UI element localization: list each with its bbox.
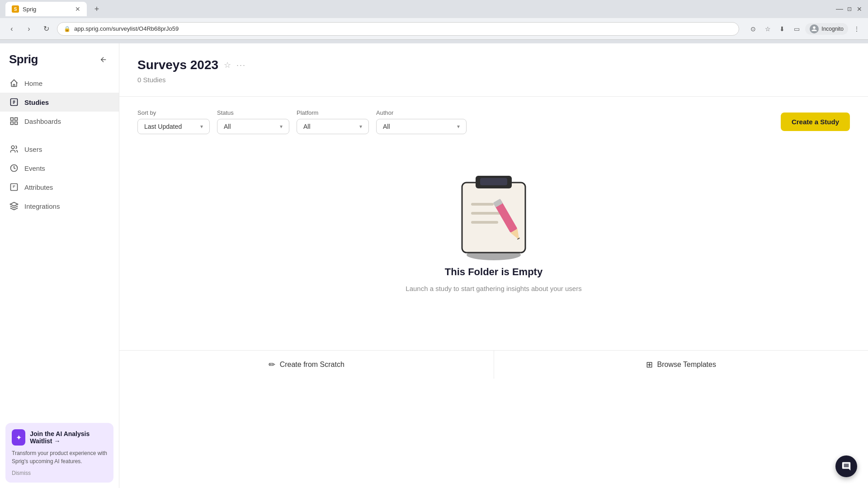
- minimize-button[interactable]: —: [836, 6, 843, 12]
- platform-select[interactable]: All ▾: [297, 119, 369, 134]
- author-label: Author: [376, 109, 467, 116]
- status-value: All: [224, 123, 231, 130]
- platform-filter: Platform All ▾: [297, 109, 369, 134]
- lock-icon: 🔒: [64, 26, 71, 32]
- forward-button[interactable]: ›: [23, 23, 35, 35]
- sidebar-item-events-label: Events: [24, 164, 45, 172]
- studies-count: 0 Studies: [137, 76, 850, 84]
- incognito-badge: Incognito: [805, 23, 848, 35]
- sidebar-item-events[interactable]: Events: [0, 159, 119, 178]
- home-icon: [9, 78, 19, 88]
- chat-widget-button[interactable]: [835, 455, 857, 477]
- incognito-label: Incognito: [821, 26, 844, 32]
- toolbar-actions: ⊙ ☆ ⬇ ▭ Incognito ⋮: [747, 23, 863, 35]
- sidebar-nav: Home Studies Dashboards: [0, 74, 119, 418]
- more-options-button[interactable]: ···: [236, 61, 246, 70]
- sort-by-chevron: ▾: [200, 123, 203, 130]
- tab-favicon: S: [12, 5, 19, 13]
- tab-close-button[interactable]: ✕: [75, 5, 80, 13]
- sidebar-logo: Sprig: [0, 43, 119, 74]
- browse-templates-label: Browse Templates: [657, 361, 716, 369]
- attributes-icon: [9, 182, 19, 192]
- menu-icon[interactable]: ⋮: [851, 23, 863, 35]
- create-from-scratch-label: Create from Scratch: [280, 361, 344, 369]
- page-header: Surveys 2023 ☆ ···: [137, 58, 850, 72]
- sidebar-item-home[interactable]: Home: [0, 74, 119, 93]
- browse-templates-button[interactable]: ⊞ Browse Templates: [494, 351, 868, 379]
- sidebar-item-users[interactable]: Users: [0, 140, 119, 159]
- status-filter: Status All ▾: [217, 109, 289, 134]
- integrations-icon: [9, 201, 19, 211]
- sidebar-item-dashboards[interactable]: Dashboards: [0, 112, 119, 131]
- svg-rect-3: [11, 122, 14, 125]
- window-controls: — ⊡ ✕: [836, 6, 863, 12]
- status-chevron: ▾: [280, 123, 283, 130]
- divider: [119, 96, 868, 97]
- dismiss-button[interactable]: Dismiss: [12, 470, 107, 476]
- users-icon: [9, 144, 19, 154]
- sidebar: Sprig Home Studies: [0, 43, 119, 488]
- empty-state-description: Launch a study to start gathering insigh…: [406, 283, 581, 294]
- sidebar-item-studies-label: Studies: [24, 99, 49, 106]
- back-button[interactable]: ‹: [5, 23, 18, 35]
- status-label: Status: [217, 109, 289, 116]
- browser-toolbar: ‹ › ↻ 🔒 app.sprig.com/surveylist/O4Rb68p…: [0, 18, 868, 40]
- device-icon[interactable]: ▭: [791, 23, 802, 35]
- sidebar-item-attributes[interactable]: Attributes: [0, 178, 119, 197]
- empty-state-title: This Folder is Empty: [445, 266, 542, 278]
- sort-by-select[interactable]: Last Updated ▾: [137, 119, 210, 134]
- sidebar-bottom: ✦ Join the AI Analysis Waitlist → Transf…: [0, 418, 119, 488]
- url-text: app.sprig.com/surveylist/O4Rb68prJo59: [74, 25, 179, 32]
- bookmark-icon[interactable]: ☆: [762, 23, 774, 35]
- new-tab-button[interactable]: +: [90, 3, 103, 15]
- browser-tab[interactable]: S Sprig ✕: [5, 2, 87, 16]
- template-icon: ⊞: [646, 360, 653, 370]
- page-title: Surveys 2023: [137, 58, 218, 72]
- empty-state: This Folder is Empty Launch a study to s…: [137, 149, 850, 336]
- sort-by-value: Last Updated: [144, 123, 182, 130]
- sidebar-item-home-label: Home: [24, 80, 42, 87]
- refresh-button[interactable]: ↻: [40, 23, 52, 35]
- incognito-avatar: [810, 24, 819, 33]
- sidebar-item-studies[interactable]: Studies: [0, 93, 119, 112]
- ai-card-title[interactable]: Join the AI Analysis Waitlist →: [30, 430, 107, 445]
- sidebar-item-users-label: Users: [24, 145, 42, 153]
- sidebar-item-integrations-label: Integrations: [24, 202, 60, 210]
- svg-rect-11: [480, 178, 507, 185]
- empty-state-illustration: [448, 167, 539, 266]
- create-study-button[interactable]: Create a Study: [781, 113, 850, 131]
- sidebar-item-attributes-label: Attributes: [24, 183, 53, 191]
- dashboards-icon: [9, 116, 19, 126]
- create-from-scratch-button[interactable]: ✏ Create from Scratch: [119, 351, 494, 379]
- svg-rect-2: [15, 118, 18, 121]
- tab-title: Sprig: [23, 6, 36, 13]
- sidebar-item-dashboards-label: Dashboards: [24, 117, 61, 125]
- ai-card-header: ✦ Join the AI Analysis Waitlist →: [12, 429, 107, 446]
- platform-chevron: ▾: [359, 123, 362, 130]
- ai-analysis-card: ✦ Join the AI Analysis Waitlist → Transf…: [5, 423, 113, 483]
- author-filter: Author All ▾: [376, 109, 467, 134]
- svg-rect-12: [471, 203, 494, 206]
- author-value: All: [383, 123, 390, 130]
- sort-by-label: Sort by: [137, 109, 210, 116]
- svg-rect-14: [471, 221, 498, 224]
- close-button[interactable]: ✕: [856, 6, 863, 12]
- author-chevron: ▾: [457, 123, 460, 130]
- favorite-button[interactable]: ☆: [224, 60, 231, 70]
- collapse-sidebar-button[interactable]: [97, 53, 110, 66]
- app-layout: Sprig Home Studies: [0, 43, 868, 488]
- status-select[interactable]: All ▾: [217, 119, 289, 134]
- sort-by-filter: Sort by Last Updated ▾: [137, 109, 210, 134]
- ai-card-description: Transform your product experience with S…: [12, 449, 107, 465]
- sidebar-item-integrations[interactable]: Integrations: [0, 197, 119, 216]
- svg-rect-1: [11, 118, 14, 121]
- address-bar[interactable]: 🔒 app.sprig.com/surveylist/O4Rb68prJo59: [57, 22, 739, 36]
- action-buttons: ✏ Create from Scratch ⊞ Browse Templates: [119, 350, 868, 379]
- author-select[interactable]: All ▾: [376, 119, 467, 134]
- download-icon[interactable]: ⬇: [776, 23, 788, 35]
- maximize-button[interactable]: ⊡: [846, 6, 853, 12]
- cast-icon[interactable]: ⊙: [747, 23, 759, 35]
- studies-icon: [9, 97, 19, 107]
- filters-row: Sort by Last Updated ▾ Status All ▾: [137, 109, 850, 134]
- platform-label: Platform: [297, 109, 369, 116]
